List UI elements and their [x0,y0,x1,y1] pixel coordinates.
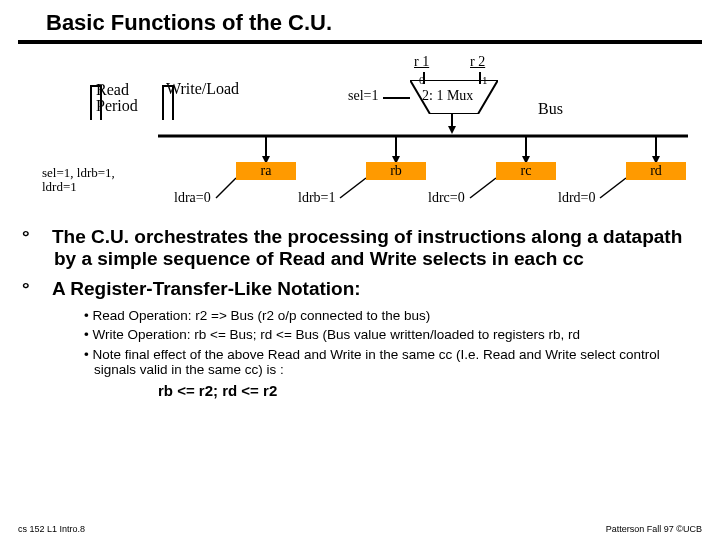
svg-line-16 [470,178,496,198]
reg-rd: rd [626,162,686,180]
r1-label: r 1 [414,54,429,70]
sub-2: • Write Operation: rb <= Bus; rd <= Bus … [84,327,702,343]
write-load-label: Write/Load [166,80,239,98]
svg-line-15 [340,178,366,198]
footer-left: cs 152 L1 Intro.8 [18,524,85,534]
reg-ra: ra [236,162,296,180]
bus-label: Bus [538,100,563,118]
footer-right: Patterson Fall 97 ©UCB [606,524,702,534]
sub-1: • Read Operation: r2 => Bus (r2 o/p conn… [84,308,702,324]
sel-annotation: sel=1, ldrb=1, ldrd=1 [42,166,115,194]
sub-4: rb <= r2; rd <= r2 [158,382,702,399]
mux-in0: 0 [419,74,425,86]
footer: cs 152 L1 Intro.8 Patterson Fall 97 ©UCB [18,524,702,534]
svg-line-14 [216,178,236,198]
diagram-lines [18,50,718,220]
ldra-label: ldra=0 [174,190,211,206]
ldrb-label: ldrb=1 [298,190,335,206]
mux-label: 2: 1 Mux [422,88,473,104]
ldrc-label: ldrc=0 [428,190,465,206]
read-period-label: Read Period [96,82,138,114]
diagram: Read Period Write/Load r 1 r 2 0 1 2: 1 … [18,50,702,220]
mux-in1: 1 [482,74,488,86]
reg-rc: rc [496,162,556,180]
r2-label: r 2 [470,54,485,70]
svg-marker-4 [448,126,456,134]
sub-3: • Note final effect of the above Read an… [84,347,702,378]
sel-label: sel=1 [348,88,378,104]
svg-line-17 [600,178,626,198]
bullet-1: °The C.U. orchestrates the processing of… [38,226,702,270]
ldrd-label: ldrd=0 [558,190,595,206]
title-rule [18,40,702,44]
bullet-2: °A Register-Transfer-Like Notation: [38,278,702,300]
mux: 0 1 2: 1 Mux [410,80,498,114]
reg-rb: rb [366,162,426,180]
slide-title: Basic Functions of the C.U. [18,8,702,40]
bullet-list: °The C.U. orchestrates the processing of… [18,226,702,399]
